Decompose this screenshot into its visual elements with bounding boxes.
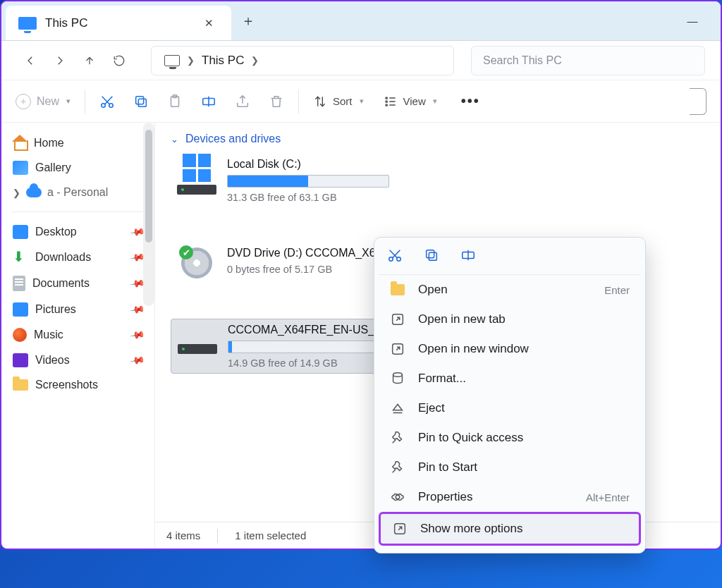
svg-rect-13 [427,250,434,258]
forward-button[interactable] [47,47,73,74]
sidebar-item-screenshots[interactable]: Screenshots [8,373,147,397]
tab-title: This PC [45,16,87,30]
svg-rect-2 [138,99,146,106]
rename-icon[interactable] [460,247,476,266]
context-menu: Open Enter Open in new tab Open in new w… [374,237,646,553]
ctx-item-open[interactable]: Open Enter [379,275,641,305]
dvd-icon [181,247,212,278]
refresh-button[interactable] [106,47,133,74]
new-window-icon [390,341,405,357]
new-tab-icon [390,312,405,327]
search-placeholder: Search This PC [483,54,562,67]
breadcrumb[interactable]: ❯ This PC ❯ [151,46,454,75]
breadcrumb-location: This PC [202,54,244,68]
chevron-right-icon: ❯ [13,188,20,198]
ctx-item-format[interactable]: Format... [379,364,641,393]
status-item-count: 4 items [166,529,200,541]
titlebar: This PC ✕ ＋ ― [1,1,721,41]
music-icon [13,328,27,342]
navigation-bar: ❯ This PC ❯ Search This PC [1,41,721,80]
pictures-icon [13,302,28,317]
copy-icon[interactable] [424,247,439,266]
pin-icon: 📌 [129,327,145,343]
svg-point-7 [386,97,387,98]
toolbar: ＋ New ▾ [1,80,721,123]
pin-icon [390,430,405,446]
cut-button[interactable] [99,94,115,109]
eject-icon [390,400,405,416]
documents-icon [13,276,25,291]
format-icon [390,371,405,386]
svg-rect-3 [136,96,144,104]
context-menu-quickbar [379,243,641,275]
chevron-down-icon: ▾ [433,97,437,106]
paste-button[interactable] [167,94,183,109]
status-selected-count: 1 item selected [235,529,306,541]
svg-point-0 [102,103,106,107]
ctx-item-properties[interactable]: Properties Alt+Enter [379,482,641,512]
section-header[interactable]: ⌄ Devices and drives [171,133,705,145]
sidebar-item-gallery[interactable]: Gallery [8,155,147,180]
tab-close-icon[interactable]: ✕ [199,13,219,33]
sidebar-item-pictures[interactable]: Pictures📌 [8,297,147,322]
sidebar-item-personal[interactable]: ❯a - Personal [8,180,147,204]
search-input[interactable]: Search This PC [471,46,705,75]
desktop-icon [13,225,28,239]
sidebar-item-desktop[interactable]: Desktop📌 [8,219,147,245]
view-button[interactable]: View ▾ [384,94,437,109]
chevron-down-icon: ▾ [66,97,71,106]
svg-rect-12 [429,252,436,260]
chevron-right-icon: ❯ [187,55,195,66]
share-button[interactable] [235,94,250,109]
new-tab-button[interactable]: ＋ [231,1,265,40]
drive-name: Local Disk (C:) [227,158,410,171]
ctx-item-show-more-options[interactable]: Show more options [379,512,641,546]
details-pane-button[interactable] [690,88,706,115]
new-button[interactable]: ＋ New ▾ [16,94,71,109]
svg-point-17 [393,373,403,377]
ctx-item-pin-start[interactable]: Pin to Start [379,453,641,482]
back-button[interactable] [17,47,44,74]
more-button[interactable]: ••• [461,93,480,109]
up-button[interactable] [76,47,103,74]
svg-point-8 [386,100,387,102]
plus-icon: ＋ [16,94,31,109]
active-tab[interactable]: This PC ✕ [6,6,231,40]
downloads-icon: ⬇ [13,250,28,264]
ctx-item-eject[interactable]: Eject [379,393,641,423]
sort-button[interactable]: Sort ▾ [313,94,364,109]
svg-point-1 [109,103,114,107]
onedrive-icon [26,188,42,197]
sidebar-item-music[interactable]: Music📌 [8,322,147,348]
sidebar-scrollbar[interactable] [143,123,154,306]
hdd-icon [177,185,216,195]
sidebar-item-downloads[interactable]: ⬇Downloads📌 [8,245,147,270]
delete-button[interactable] [269,94,284,109]
navigation-sidebar: Home Gallery ❯a - Personal Desktop📌 ⬇Dow… [1,123,155,549]
sidebar-item-documents[interactable]: Documents📌 [8,270,147,297]
sidebar-item-home[interactable]: Home [8,131,147,155]
folder-icon [391,284,405,295]
pin-icon: 📌 [129,353,145,369]
cut-icon[interactable] [387,247,403,266]
videos-icon [13,353,28,367]
minimize-button[interactable]: ― [674,1,711,40]
windows-logo-icon [183,154,211,182]
copy-button[interactable] [133,94,149,109]
ctx-item-pin-quick[interactable]: Pin to Quick access [379,423,641,453]
window-controls: ― [674,1,721,40]
sidebar-item-videos[interactable]: Videos📌 [8,348,147,373]
gallery-icon [13,161,28,175]
chevron-down-icon: ⌄ [171,134,178,145]
ctx-item-open-new-tab[interactable]: Open in new tab [379,305,641,334]
rename-button[interactable] [201,94,216,109]
ctx-item-open-new-window[interactable]: Open in new window [379,334,641,364]
chevron-down-icon: ▾ [360,97,364,106]
storage-bar [228,341,390,353]
storage-bar [227,175,389,188]
pin-icon [390,460,405,475]
svg-point-9 [386,104,387,105]
svg-point-10 [389,257,393,262]
this-pc-icon [18,17,37,30]
drive-local-disk-c[interactable]: Local Disk (C:) 31.3 GB free of 63.1 GB [171,154,421,207]
